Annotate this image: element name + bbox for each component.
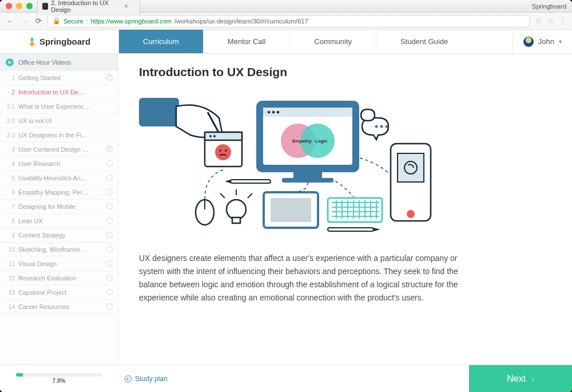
svg-point-19 — [375, 125, 378, 128]
footer: 7.9% ▸ Study plan Next › — [0, 365, 572, 392]
url-input[interactable]: 🔒 Secure | https://www.springboard.com/w… — [47, 15, 530, 27]
star-icon[interactable]: ☆ — [535, 17, 542, 26]
circle-icon — [106, 217, 113, 224]
content-area: Introduction to UX Design — [118, 54, 572, 365]
sidebar-item-num: 13 — [3, 290, 15, 296]
sidebar-item-label: Usability Heuristics An… — [18, 175, 103, 181]
sidebar-item[interactable]: 11Visual Design — [0, 257, 118, 271]
nav-tab-curriculum[interactable]: Curriculum — [118, 30, 203, 53]
svg-point-23 — [407, 210, 415, 218]
body-paragraph: UX designers create elements that affect… — [139, 252, 459, 304]
browser-tab[interactable]: 2. Introduction to UX Design × — [37, 0, 140, 14]
circle-icon — [106, 303, 113, 310]
app-name: Springboard — [532, 3, 566, 10]
window-controls — [0, 3, 33, 9]
sidebar-item-num: 11 — [3, 261, 15, 267]
svg-point-7 — [219, 149, 221, 152]
svg-line-31 — [248, 193, 252, 198]
nav-tab-community[interactable]: Community — [289, 30, 376, 53]
sidebar-item[interactable]: 2.2UX is not UI — [0, 114, 118, 128]
reload-icon[interactable]: ⟳ — [35, 17, 42, 25]
next-label: Next — [507, 374, 526, 384]
menu-icon[interactable]: ⋮ — [559, 17, 566, 26]
sidebar-item-num: 12 — [3, 275, 15, 282]
url-host: https://www.springboard.com — [91, 18, 172, 25]
svg-point-8 — [225, 149, 227, 152]
study-plan-link[interactable]: ▸ Study plan — [125, 375, 168, 383]
user-menu[interactable]: John ▾ — [513, 30, 572, 53]
sidebar-item-label: What is User Experienc… — [18, 103, 103, 110]
sidebar-item[interactable]: 6Empathy Mapping, Per… — [0, 185, 118, 200]
extension-icon[interactable]: ⧉ — [548, 17, 553, 26]
sidebar-item[interactable]: 2.1What is User Experienc… — [0, 100, 118, 114]
svg-marker-51 — [225, 180, 231, 183]
brand-logo[interactable]: Springboard — [0, 30, 118, 53]
top-nav: Springboard CurriculumMentor CallCommuni… — [0, 30, 572, 54]
svg-point-4 — [209, 135, 212, 137]
url-path: /workshops/ux-design/learn/30/#/curricul… — [174, 18, 308, 25]
status-empty — [106, 89, 113, 96]
sidebar-item-label: Career Resources — [18, 303, 103, 310]
tab-close-icon[interactable]: × — [124, 2, 128, 10]
sidebar-item[interactable]: 3User Centered Design … — [0, 142, 118, 157]
sidebar-item-label: Getting Started — [18, 74, 103, 81]
favicon-icon — [42, 3, 48, 10]
window-titlebar: 2. Introduction to UX Design × Springboa… — [0, 0, 572, 13]
sidebar-item-label: Content Strategy — [18, 232, 103, 239]
sidebar-item-num: 3 — [3, 146, 15, 153]
hero-illustration: Empathy Logic — [139, 89, 436, 238]
sidebar-item[interactable]: 12Research Evaluation — [0, 271, 118, 286]
nav-tab-student-guide[interactable]: Student Guide — [376, 30, 472, 53]
sidebar-item-num: 6 — [3, 189, 15, 196]
venn-right-label: Logic — [315, 138, 328, 144]
sidebar-item[interactable]: 2.3UX Designers in the Fi… — [0, 128, 118, 142]
sidebar-item-num: 7 — [3, 204, 15, 210]
sidebar-item[interactable]: 14Career Resources — [0, 300, 118, 314]
sidebar-item[interactable]: 13Capstone Project — [0, 286, 118, 300]
forward-icon[interactable]: → — [21, 17, 30, 25]
sidebar-item-label: UX is not UI — [18, 117, 103, 124]
svg-rect-17 — [293, 172, 322, 178]
back-icon[interactable]: ← — [6, 17, 15, 25]
sidebar-item[interactable]: 1Getting Started — [0, 71, 118, 85]
avatar — [523, 37, 534, 47]
sidebar-item-label: Sketching, Wireframin… — [18, 246, 103, 253]
sidebar-item-num: 14 — [3, 304, 15, 310]
sidebar-item-num: 5 — [3, 175, 15, 181]
sidebar: ▶ Office Hour Videos 1Getting Started2In… — [0, 54, 118, 365]
svg-rect-50 — [231, 180, 271, 183]
sidebar-header[interactable]: ▶ Office Hour Videos — [0, 54, 118, 71]
svg-point-6 — [215, 144, 231, 160]
maximize-window-icon[interactable] — [26, 3, 33, 9]
sidebar-item[interactable]: 8Lean UX — [0, 214, 118, 228]
circle-icon — [106, 289, 113, 296]
venn-left-label: Empathy — [292, 138, 312, 144]
circle-icon — [106, 232, 113, 239]
sidebar-item-num: 1 — [3, 75, 15, 81]
status-empty — [106, 132, 113, 138]
progress-bar — [16, 373, 102, 377]
svg-rect-24 — [398, 153, 424, 182]
svg-point-12 — [268, 111, 271, 114]
close-window-icon[interactable] — [6, 3, 12, 9]
chevron-right-icon: › — [531, 374, 534, 383]
svg-marker-49 — [374, 228, 380, 231]
sidebar-item[interactable]: 5Usability Heuristics An… — [0, 171, 118, 185]
circle-icon — [106, 246, 113, 253]
nav-tab-mentor-call[interactable]: Mentor Call — [203, 30, 289, 53]
sidebar-item[interactable]: 4User Research — [0, 157, 118, 171]
circle-icon — [106, 203, 113, 210]
sidebar-item[interactable]: 10Sketching, Wireframin… — [0, 243, 118, 257]
svg-rect-0 — [139, 98, 179, 126]
svg-point-21 — [386, 125, 388, 128]
sidebar-item[interactable]: 9Content Strategy — [0, 228, 118, 243]
next-button[interactable]: Next › — [469, 365, 572, 393]
sidebar-item[interactable]: 2Introduction to UX De… — [0, 85, 118, 100]
sidebar-item-label: Designing for Mobile — [18, 203, 103, 210]
page-title: Introduction to UX Design — [139, 65, 554, 79]
sidebar-item[interactable]: 7Designing for Mobile — [0, 200, 118, 214]
minimize-window-icon[interactable] — [16, 3, 22, 9]
svg-point-13 — [272, 111, 275, 114]
tab-title: 2. Introduction to UX Design — [51, 0, 119, 13]
svg-rect-34 — [271, 198, 311, 222]
